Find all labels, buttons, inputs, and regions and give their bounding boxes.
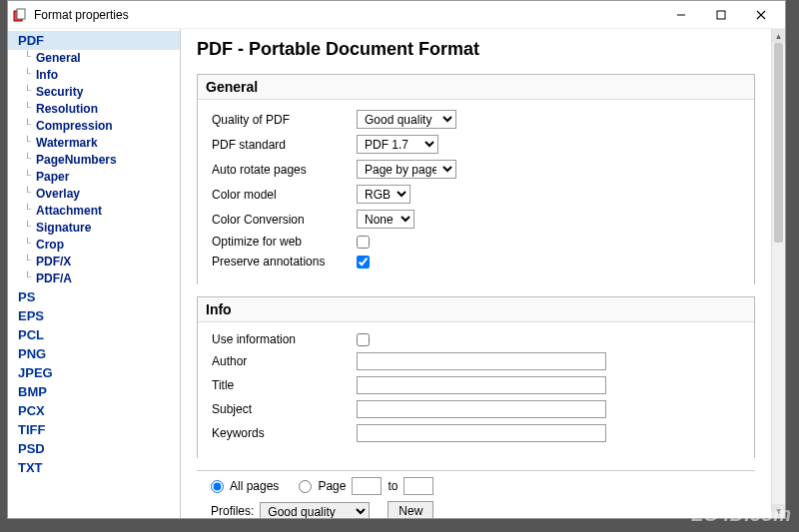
minimize-button[interactable] [661,2,701,28]
sidebar-format-eps[interactable]: EPS [8,306,180,325]
sidebar-sub-signature[interactable]: Signature [8,220,180,237]
subject-field[interactable] [357,400,606,418]
allpages-label: All pages [230,479,279,493]
group-general: General Quality of PDF Good quality PDF … [197,74,755,284]
quality-label: Quality of PDF [212,113,357,127]
keywords-label: Keywords [212,426,357,440]
sidebar-format-pdf[interactable]: PDF [8,31,180,50]
optweb-label: Optimize for web [212,235,357,249]
sidebar-sub-info[interactable]: Info [8,67,180,84]
preserve-checkbox[interactable] [357,256,370,268]
titlebar: Format properties [8,1,785,29]
autorotate-label: Auto rotate pages [212,163,357,177]
colorconv-label: Color Conversion [212,213,357,227]
pdfstd-select[interactable]: PDF 1.7 [357,135,438,154]
window-buttons [661,2,781,28]
title-field[interactable] [357,376,606,394]
maximize-button[interactable] [701,2,741,28]
scroll-thumb[interactable] [774,43,783,243]
sidebar-format-txt[interactable]: TXT [8,458,180,477]
app-icon [12,7,28,23]
svg-rect-3 [717,11,725,19]
to-label: to [388,479,398,493]
page-title: PDF - Portable Document Format [197,39,755,60]
new-profile-button[interactable]: New [388,501,433,518]
content-wrap: PDF - Portable Document Format General Q… [181,29,785,518]
colormodel-select[interactable]: RGB [357,185,410,204]
scroll-down-button[interactable]: ▼ [772,504,785,518]
sidebar-format-ps[interactable]: PS [8,287,180,306]
sidebar-sub-overlay[interactable]: Overlay [8,186,180,203]
sidebar-sub-paper[interactable]: Paper [8,169,180,186]
content-panel: PDF - Portable Document Format General Q… [181,29,771,518]
title-label: Title [212,378,357,392]
sidebar-sub-security[interactable]: Security [8,84,180,101]
vertical-scrollbar[interactable]: ▲ ▼ [771,29,785,518]
group-info-heading: Info [198,297,754,322]
sidebar-format-tiff[interactable]: TIFF [8,420,180,439]
author-field[interactable] [357,352,606,370]
profiles-select[interactable]: Good quality [260,502,370,519]
pagerange-radio[interactable] [299,480,312,493]
sidebar-format-pcl[interactable]: PCL [8,325,180,344]
useinfo-label: Use information [212,332,357,346]
close-button[interactable] [741,2,781,28]
scroll-up-button[interactable]: ▲ [772,29,785,43]
sidebar-sub-crop[interactable]: Crop [8,237,180,254]
pdfstd-label: PDF standard [212,138,357,152]
sidebar-sub-pagenumbers[interactable]: PageNumbers [8,152,180,169]
window-title: Format properties [34,8,661,22]
sidebar-sub-resolution[interactable]: Resolution [8,101,180,118]
page-to-field[interactable] [403,477,433,495]
sidebar-format-png[interactable]: PNG [8,344,180,363]
colorconv-select[interactable]: None [357,210,414,229]
colormodel-label: Color model [212,188,357,202]
group-info: Info Use information Author Title [197,296,755,458]
allpages-radio[interactable] [211,480,224,493]
body-area: PDF General Info Security Resolution Com… [8,29,785,518]
optweb-checkbox[interactable] [357,236,370,249]
sidebar-sub-compression[interactable]: Compression [8,118,180,135]
sidebar-format-bmp[interactable]: BMP [8,382,180,401]
keywords-field[interactable] [357,424,606,442]
format-properties-window: Format properties PDF General Info Secur… [7,0,786,519]
sidebar-sub-pdfx[interactable]: PDF/X [8,254,180,270]
profiles-label: Profiles: [211,504,254,518]
autorotate-select[interactable]: Page by page [357,160,456,179]
sidebar-sub-attachment[interactable]: Attachment [8,203,180,220]
useinfo-checkbox[interactable] [357,333,370,346]
preserve-label: Preserve annotations [212,255,357,268]
sidebar: PDF General Info Security Resolution Com… [8,29,181,518]
footer: All pages Page to Profiles: Good quality… [197,470,755,518]
author-label: Author [212,354,357,368]
sidebar-format-jpeg[interactable]: JPEG [8,363,180,382]
sidebar-sub-general[interactable]: General [8,50,180,67]
sidebar-sub-pdfa[interactable]: PDF/A [8,270,180,287]
group-general-heading: General [198,75,754,100]
page-label: Page [318,479,346,493]
page-from-field[interactable] [352,477,382,495]
quality-select[interactable]: Good quality [357,110,456,129]
sidebar-format-pcx[interactable]: PCX [8,401,180,420]
sidebar-format-psd[interactable]: PSD [8,439,180,458]
svg-rect-1 [17,9,25,19]
subject-label: Subject [212,402,357,416]
sidebar-sub-watermark[interactable]: Watermark [8,135,180,152]
